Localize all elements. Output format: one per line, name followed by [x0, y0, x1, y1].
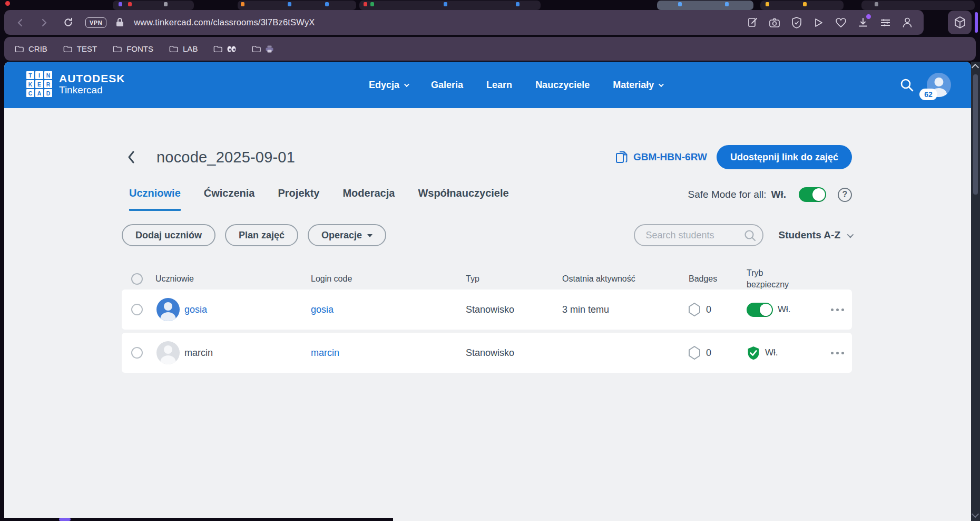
row-checkbox[interactable] — [131, 304, 143, 315]
browser-tab[interactable] — [238, 1, 356, 10]
eyes-icon — [227, 46, 236, 52]
browser-tab-strip[interactable] — [0, 0, 980, 8]
tab-projekty[interactable]: Projekty — [278, 187, 320, 211]
folder-icon — [113, 45, 122, 53]
safe-mode-label: Safe Mode for all: — [688, 189, 767, 200]
safe-mode-toggle[interactable] — [799, 187, 826, 202]
chevron-down-icon — [659, 82, 664, 87]
bookmark-folder-printer[interactable] — [252, 45, 273, 53]
user-avatar[interactable]: 62 — [927, 73, 951, 97]
send-icon[interactable] — [812, 16, 826, 30]
class-code-copy[interactable]: GBM-HBN-6RW — [615, 150, 707, 164]
main-nav: Edycja Galeria Learn Nauczyciele Materia… — [369, 62, 662, 108]
bottom-accent-bar — [59, 518, 71, 521]
browser-tab[interactable] — [760, 1, 844, 10]
vpn-badge[interactable]: VPN — [85, 17, 106, 28]
extension-cube-icon[interactable] — [948, 11, 972, 34]
row-checkbox[interactable] — [131, 347, 143, 359]
safe-mode-shield-icon — [747, 346, 760, 360]
browser-tab[interactable] — [113, 1, 194, 10]
search-icon[interactable] — [899, 78, 914, 92]
forward-icon[interactable] — [36, 15, 52, 31]
bottom-edge — [0, 518, 393, 521]
folder-icon — [63, 45, 72, 53]
profile-icon[interactable] — [900, 16, 914, 30]
scroll-up-icon[interactable] — [972, 64, 979, 71]
reload-icon[interactable] — [60, 15, 76, 31]
column-header-activity: Ostatnia aktywność — [559, 274, 685, 284]
back-icon[interactable] — [13, 15, 28, 31]
safe-mode-state: Wł. — [778, 304, 791, 315]
notification-badge: 62 — [919, 89, 937, 100]
tab-favicon — [444, 2, 447, 6]
tinkercad-logo[interactable]: TIN KER CAD AUTODESK Tinkercad — [26, 71, 125, 97]
page-viewport: TIN KER CAD AUTODESK Tinkercad Edycja Ga… — [4, 62, 971, 521]
bookmark-folder-eyes[interactable] — [213, 45, 236, 53]
search-icon — [744, 229, 756, 242]
bookmarks-bar: CRIB TEST FONTS LAB — [4, 37, 976, 61]
nav-item-edycja[interactable]: Edycja — [369, 80, 408, 91]
tab-wspolnauczyciele[interactable]: Współnauczyciele — [418, 187, 508, 211]
tab-favicon — [803, 2, 807, 6]
nav-item-materialy[interactable]: Materiały — [613, 80, 662, 91]
folder-icon — [169, 45, 178, 53]
share-class-link-button[interactable]: Udostępnij link do zajęć — [717, 145, 852, 169]
help-icon[interactable]: ? — [838, 188, 852, 202]
student-avatar — [156, 298, 180, 321]
lesson-plan-button[interactable]: Plan zajęć — [225, 224, 298, 246]
toggle-knob — [812, 188, 825, 201]
browser-tab[interactable] — [861, 1, 975, 10]
compose-icon[interactable] — [746, 16, 759, 30]
camera-icon[interactable] — [768, 16, 781, 30]
back-button[interactable] — [127, 148, 143, 167]
nav-item-learn[interactable]: Learn — [486, 80, 512, 91]
brand-text: AUTODESK Tinkercad — [59, 72, 125, 97]
shield-check-icon[interactable] — [790, 16, 803, 30]
url-text[interactable]: www.tinkercad.com/classrooms/3l7Bz6tSWyX — [134, 17, 746, 27]
student-type: Stanowisko — [462, 304, 559, 315]
heart-icon[interactable] — [834, 16, 848, 30]
tab-moderacja[interactable]: Moderacja — [342, 187, 395, 211]
nav-item-nauczyciele[interactable]: Nauczyciele — [535, 80, 590, 91]
column-header-login: Login code — [309, 274, 462, 284]
nav-item-galeria[interactable]: Galeria — [431, 80, 463, 91]
tab-cwiczenia[interactable]: Ćwiczenia — [204, 187, 255, 211]
tinkercad-header: TIN KER CAD AUTODESK Tinkercad Edycja Ga… — [4, 62, 971, 108]
scrollbar-thumb[interactable] — [973, 74, 978, 195]
lock-icon[interactable] — [112, 15, 128, 31]
student-login-link[interactable]: gosia — [309, 304, 462, 315]
sort-students-dropdown[interactable]: Students A-Z — [778, 229, 852, 241]
row-safe-mode-toggle[interactable] — [747, 303, 773, 317]
student-type: Stanowisko — [462, 348, 559, 359]
tab-favicon — [725, 2, 729, 6]
student-name-link[interactable]: gosia — [184, 304, 207, 315]
student-row: marcin marcin Stanowisko 0 Wł. — [122, 333, 852, 373]
browser-tab-active[interactable] — [657, 1, 753, 10]
bookmark-folder-lab[interactable]: LAB — [169, 44, 198, 53]
page-scrollbar[interactable] — [971, 62, 980, 521]
download-icon[interactable] — [856, 16, 870, 30]
bookmark-folder-crib[interactable]: CRIB — [15, 44, 47, 53]
tab-favicon — [288, 2, 291, 6]
select-all-checkbox[interactable] — [131, 273, 143, 285]
folder-icon — [252, 45, 261, 53]
student-avatar — [156, 341, 180, 364]
bookmark-folder-test[interactable]: TEST — [63, 44, 97, 53]
printer-icon — [266, 45, 273, 53]
browser-tab[interactable] — [359, 1, 541, 10]
student-login-link[interactable]: marcin — [309, 348, 462, 359]
row-menu-button[interactable] — [822, 352, 852, 354]
add-students-button[interactable]: Dodaj uczniów — [122, 224, 215, 246]
sliders-icon[interactable] — [878, 16, 892, 30]
tab-favicon — [128, 2, 132, 6]
recording-dot-icon — [5, 1, 10, 6]
tab-uczniowie[interactable]: Uczniowie — [129, 187, 181, 211]
scroll-down-icon[interactable] — [972, 510, 979, 518]
tab-favicon — [678, 2, 682, 6]
operations-dropdown-button[interactable]: Operacje — [308, 224, 386, 246]
classroom-tabs: Uczniowie Ćwiczenia Projekty Moderacja W… — [129, 187, 509, 211]
page-title: nocode_2025-09-01 — [156, 149, 295, 166]
row-menu-button[interactable] — [822, 308, 852, 311]
bookmark-folder-fonts[interactable]: FONTS — [113, 44, 153, 53]
classroom-content: nocode_2025-09-01 GBM-HBN-6RW Udostępnij… — [122, 108, 852, 424]
